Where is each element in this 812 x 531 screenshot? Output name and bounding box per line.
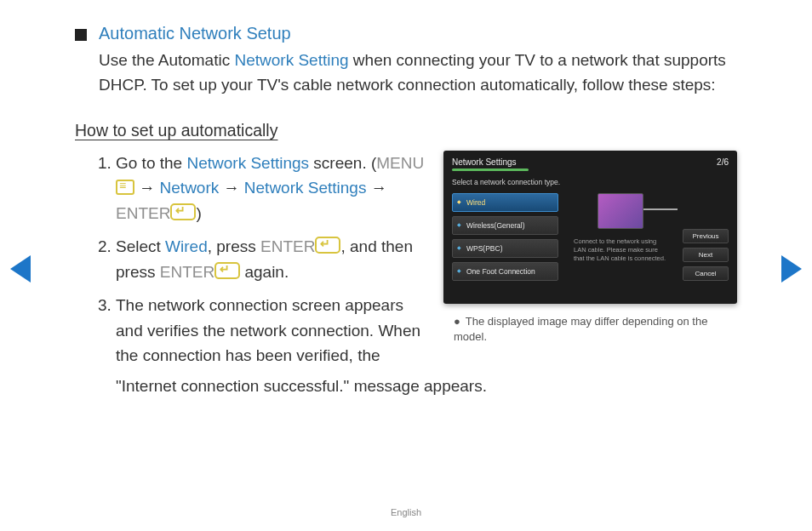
s1-text-a: Go to the — [116, 154, 186, 172]
disclaimer-text: The displayed image may differ depending… — [454, 315, 707, 343]
menu-label: MENU — [376, 154, 424, 172]
tv-next-button: Next — [683, 248, 729, 262]
enter-label-3: ENTER — [160, 263, 214, 281]
s2-text-b: , press — [208, 237, 260, 255]
enter-icon — [315, 237, 340, 254]
step-1: Go to the Network Settings screen. (MENU… — [116, 151, 426, 226]
tv-cancel-button: Cancel — [683, 266, 729, 281]
s1-network-settings-link: Network Settings — [186, 154, 309, 172]
tv-item-onefoot: One Foot Connection — [452, 262, 558, 281]
step-2: Select Wired, press ENTER, and then pres… — [116, 234, 426, 284]
tv-item-wireless: Wireless(General) — [452, 216, 558, 235]
tv-prompt: Select a network connection type. — [452, 178, 729, 186]
s2-text-d: again. — [240, 263, 289, 281]
tv-helper-text: Connect to the network using LAN cable. … — [574, 237, 667, 263]
tv-illustration — [598, 193, 643, 229]
step3-continued: "Internet connection successful." messag… — [116, 374, 737, 398]
cable-icon — [643, 208, 678, 210]
menu-icon — [116, 180, 134, 195]
previous-page-arrow[interactable] — [10, 255, 31, 286]
enter-icon — [214, 262, 240, 279]
s2-text-a: Select — [116, 237, 165, 255]
tv-title: Network Settings — [452, 157, 517, 167]
disclaimer: ●The displayed image may differ dependin… — [443, 314, 737, 345]
svg-marker-1 — [781, 255, 802, 283]
steps-list: Go to the Network Settings screen. (MENU… — [75, 151, 426, 377]
enter-label-2: ENTER — [260, 237, 315, 255]
s1-arrow2: → — [219, 179, 244, 197]
subheading: How to set up automatically — [75, 121, 737, 140]
tv-progress-bar — [452, 168, 529, 171]
next-page-arrow[interactable] — [781, 255, 802, 286]
s1-arrow1: → — [134, 179, 160, 197]
s3-text-a: The network connection screen appears an… — [116, 296, 420, 364]
s1-text-b: screen. ( — [309, 154, 376, 172]
s1-text-c: ) — [196, 204, 201, 222]
tv-connection-list: Wired Wireless(General) WPS(PBC) One Foo… — [452, 193, 558, 285]
footer-language: English — [0, 507, 812, 517]
tv-page-indicator: 2/6 — [717, 157, 729, 167]
step-3: The network connection screen appears an… — [116, 293, 426, 368]
s2-wired: Wired — [165, 237, 208, 255]
enter-icon — [170, 203, 196, 220]
tv-item-wired: Wired — [452, 193, 558, 212]
enter-label-1: ENTER — [116, 204, 170, 222]
tv-screenshot: Network Settings 2/6 Select a network co… — [443, 151, 737, 304]
tv-item-wps: WPS(PBC) — [452, 239, 558, 258]
lead-paragraph: Use the Automatic Network Setting when c… — [99, 49, 737, 97]
lead-network-setting: Network Setting — [234, 51, 348, 69]
s1-network-link: Network — [160, 179, 220, 197]
lead-text-a: Use the Automatic — [99, 51, 234, 69]
s1-arrow3: → — [366, 179, 386, 197]
section-title: Automatic Network Setup — [99, 24, 291, 43]
s1-network-settings-link-2: Network Settings — [244, 179, 367, 197]
section-bullet — [75, 29, 87, 41]
tv-previous-button: Previous — [683, 229, 729, 243]
svg-marker-0 — [10, 255, 31, 283]
